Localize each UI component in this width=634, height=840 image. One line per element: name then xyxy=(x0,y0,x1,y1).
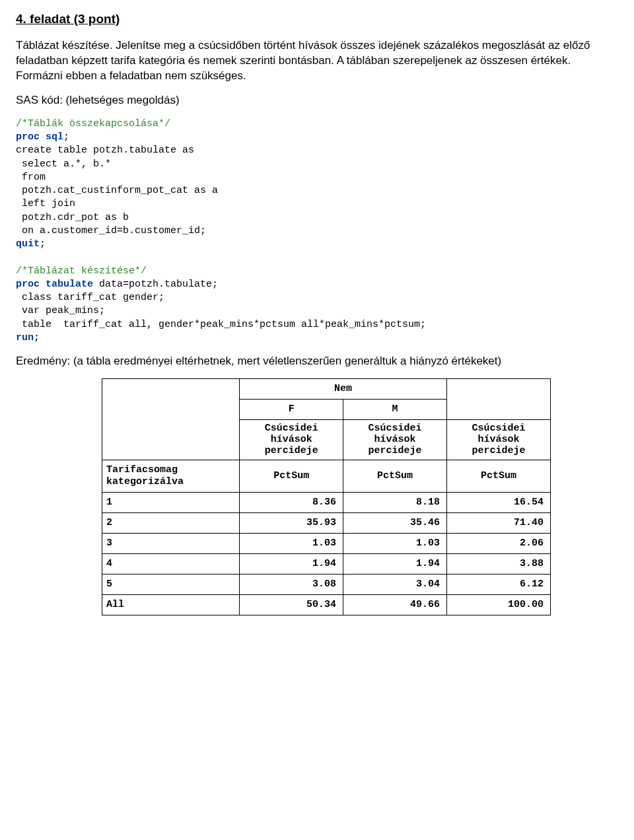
code-text: table tariff_cat all, gender*peak_mins*p… xyxy=(16,319,426,330)
table-row: 4 1.94 1.94 3.88 xyxy=(102,553,551,574)
cell-f: 1.94 xyxy=(240,553,343,574)
table-row: Nem xyxy=(102,378,551,399)
row-label: 2 xyxy=(102,512,240,533)
cell-f: 8.36 xyxy=(240,492,343,512)
task-heading: 4. feladat (3 pont) xyxy=(16,12,618,26)
code-text: create table potzh.tabulate as xyxy=(16,145,194,156)
code-text: from xyxy=(16,172,46,183)
code-text: on a.customer_id=b.customer_id; xyxy=(16,225,206,236)
col-m: M xyxy=(343,399,447,419)
cell-f: 50.34 xyxy=(240,594,343,615)
cell-m: 49.66 xyxy=(343,594,447,615)
result-table-wrap: Nem F M Csúcsidei hívások percideje Csúc… xyxy=(102,378,551,615)
sas-code-label: SAS kód: (lehetséges megoldás) xyxy=(16,93,618,108)
code-comment: /*Táblázat készítése*/ xyxy=(16,265,147,277)
cell-all: 16.54 xyxy=(447,492,551,512)
code-keyword: proc tabulate xyxy=(16,279,93,290)
cell-all: 6.12 xyxy=(447,574,551,594)
intro-paragraph: Táblázat készítése. Jelenítse meg a csúc… xyxy=(16,38,618,84)
row-label: 4 xyxy=(102,553,240,574)
code-text: var peak_mins; xyxy=(16,305,105,316)
code-text: ; xyxy=(63,131,69,143)
code-text: potzh.cdr_pot as b xyxy=(16,212,129,223)
col-stat-f: PctSum xyxy=(240,460,343,492)
stub-empty xyxy=(102,378,240,460)
row-dim-label: Tarifacsomag kategorizálva xyxy=(102,460,240,492)
col-all-empty xyxy=(447,378,551,419)
col-group-nem: Nem xyxy=(240,378,447,399)
row-label: 3 xyxy=(102,533,240,553)
row-label: 1 xyxy=(102,492,240,512)
col-f: F xyxy=(240,399,343,419)
cell-all: 71.40 xyxy=(447,512,551,533)
col-stat-m: PctSum xyxy=(343,460,447,492)
cell-m: 8.18 xyxy=(343,492,447,512)
code-text: ; xyxy=(40,238,46,250)
code-text: class tariff_cat gender; xyxy=(16,292,164,303)
col-var-f: Csúcsidei hívások percideje xyxy=(240,419,343,460)
col-var-m: Csúcsidei hívások percideje xyxy=(343,419,447,460)
sas-code-block: /*Táblák összekapcsolása*/ proc sql; cre… xyxy=(16,118,618,345)
col-stat-all: PctSum xyxy=(447,460,551,492)
cell-m: 35.46 xyxy=(343,512,447,533)
cell-f: 3.08 xyxy=(240,574,343,594)
row-label: 5 xyxy=(102,574,240,594)
table-row: 5 3.08 3.04 6.12 xyxy=(102,574,551,594)
code-text: data=potzh.tabulate; xyxy=(93,279,218,290)
cell-f: 35.93 xyxy=(240,512,343,533)
code-text: select a.*, b.* xyxy=(16,158,111,170)
code-keyword: proc sql xyxy=(16,131,63,143)
code-comment: /*Táblák összekapcsolása*/ xyxy=(16,118,170,129)
cell-m: 1.03 xyxy=(343,533,447,553)
cell-f: 1.03 xyxy=(240,533,343,553)
result-label: Eredmény: (a tábla eredményei eltérhetne… xyxy=(16,354,618,369)
cell-m: 1.94 xyxy=(343,553,447,574)
table-row: 1 8.36 8.18 16.54 xyxy=(102,492,551,512)
table-row: All 50.34 49.66 100.00 xyxy=(102,594,551,615)
code-keyword: quit xyxy=(16,238,40,250)
result-table: Nem F M Csúcsidei hívások percideje Csúc… xyxy=(102,378,551,615)
cell-m: 3.04 xyxy=(343,574,447,594)
table-row: 2 35.93 35.46 71.40 xyxy=(102,512,551,533)
code-keyword: run xyxy=(16,332,34,343)
cell-all: 100.00 xyxy=(447,594,551,615)
table-row: 3 1.03 1.03 2.06 xyxy=(102,533,551,553)
cell-all: 3.88 xyxy=(447,553,551,574)
code-text: potzh.cat_custinform_pot_cat as a xyxy=(16,185,218,196)
row-label-all: All xyxy=(102,594,240,615)
col-var-all: Csúcsidei hívások percideje xyxy=(447,419,551,460)
cell-all: 2.06 xyxy=(447,533,551,553)
code-text: ; xyxy=(34,332,40,343)
code-text: left join xyxy=(16,198,75,209)
